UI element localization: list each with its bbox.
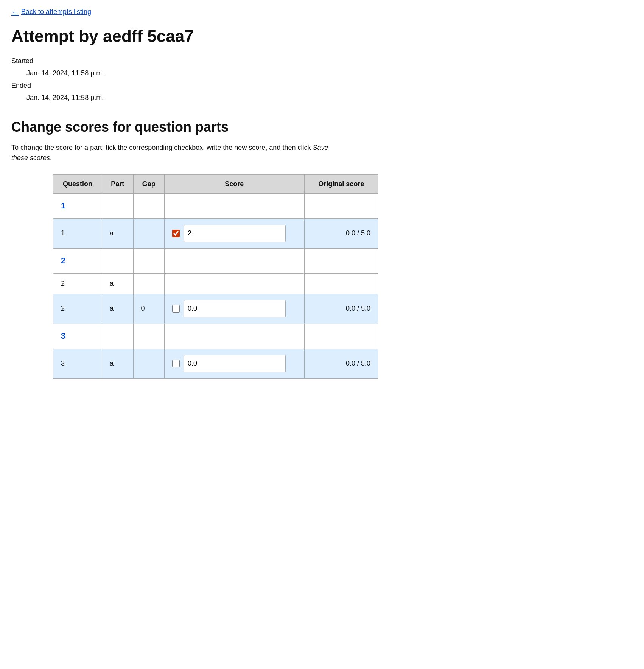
cell-score-1a — [164, 218, 304, 248]
score-checkbox-2a0[interactable] — [172, 305, 180, 313]
cell-gap-1a — [133, 218, 164, 248]
cell-score-3a — [164, 349, 304, 378]
scores-table: Question Part Gap Score Original score 1… — [53, 174, 378, 379]
cell-part-2a0: a — [102, 294, 133, 324]
score-input-3a[interactable] — [184, 355, 286, 372]
question-2-link[interactable]: 2 — [61, 256, 65, 265]
score-input-2a0[interactable] — [184, 300, 286, 317]
table-row: 2 — [53, 248, 378, 273]
table-header-row: Question Part Gap Score Original score — [53, 174, 378, 193]
cell-orig-score-3a: 0.0 / 5.0 — [304, 349, 378, 378]
cell-part-3a: a — [102, 349, 133, 378]
cell-question-2a0: 2 — [53, 294, 102, 324]
table-row: 3 — [53, 324, 378, 349]
cell-gap-2a — [133, 273, 164, 294]
cell-part-1a: a — [102, 218, 133, 248]
instructions-text: To change the score for a part, tick the… — [11, 143, 337, 163]
cell-part-2a: a — [102, 273, 133, 294]
back-to-attempts-link[interactable]: ← Back to attempts listing — [11, 8, 91, 16]
score-checkbox-3a[interactable] — [172, 360, 180, 367]
cell-gap-3a — [133, 349, 164, 378]
col-original-score: Original score — [304, 174, 378, 193]
table-row: 1 a 0.0 / 5.0 — [53, 218, 378, 248]
section-title: Change scores for question parts — [11, 119, 633, 135]
cell-orig-score-2a — [304, 273, 378, 294]
ended-label: Ended — [11, 79, 633, 92]
started-value: Jan. 14, 2024, 11:58 p.m. — [26, 67, 633, 79]
col-question: Question — [53, 174, 102, 193]
table-row: 2 a — [53, 273, 378, 294]
col-part: Part — [102, 174, 133, 193]
cell-score-2a — [164, 273, 304, 294]
attempt-meta: Started Jan. 14, 2024, 11:58 p.m. Ended … — [11, 55, 633, 104]
back-arrow-icon: ← — [11, 8, 19, 16]
cell-score-2a0 — [164, 294, 304, 324]
cell-gap-2a0: 0 — [133, 294, 164, 324]
score-input-1a[interactable] — [184, 225, 286, 242]
cell-question-2a: 2 — [53, 273, 102, 294]
col-score: Score — [164, 174, 304, 193]
question-1-link[interactable]: 1 — [61, 201, 65, 210]
started-label: Started — [11, 55, 633, 67]
col-gap: Gap — [133, 174, 164, 193]
cell-orig-score-1a: 0.0 / 5.0 — [304, 218, 378, 248]
cell-orig-score-2a0: 0.0 / 5.0 — [304, 294, 378, 324]
cell-question-1a: 1 — [53, 218, 102, 248]
table-row: 2 a 0 0.0 / 5.0 — [53, 294, 378, 324]
table-row: 3 a 0.0 / 5.0 — [53, 349, 378, 378]
table-row: 1 — [53, 193, 378, 218]
page-title: Attempt by aedff 5caa7 — [11, 27, 633, 46]
question-3-link[interactable]: 3 — [61, 331, 65, 341]
cell-question-3a: 3 — [53, 349, 102, 378]
score-checkbox-1a[interactable] — [172, 230, 180, 237]
ended-value: Jan. 14, 2024, 11:58 p.m. — [26, 92, 633, 104]
back-link-label: Back to attempts listing — [21, 8, 91, 16]
